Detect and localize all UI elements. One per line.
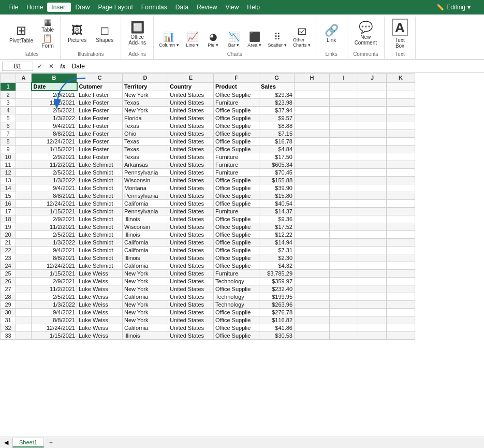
cell-b15[interactable]: 8/8/2021	[32, 192, 77, 200]
cell-g3[interactable]: $23.98	[259, 99, 295, 107]
row-header-6[interactable]: 6	[1, 122, 16, 130]
cell-i12[interactable]	[330, 169, 358, 177]
cell-g26[interactable]: $359.97	[259, 278, 295, 285]
menu-item-home[interactable]: Home	[22, 3, 47, 12]
cell-f1[interactable]: Product	[214, 82, 259, 91]
cell-j17[interactable]	[358, 208, 387, 215]
cell-g10[interactable]: $17.50	[259, 153, 295, 161]
cell-k28[interactable]	[387, 293, 415, 301]
cell-g24[interactable]: $4.32	[259, 262, 295, 270]
cell-f9[interactable]: Office Supplie	[214, 146, 259, 153]
cell-j27[interactable]	[358, 285, 387, 293]
cell-j5[interactable]	[358, 114, 387, 122]
cell-b32[interactable]: 12/24/2021	[32, 324, 77, 332]
cancel-icon[interactable]: ✕	[47, 63, 56, 70]
cell-i20[interactable]	[330, 231, 358, 239]
cell-h25[interactable]	[295, 270, 330, 278]
cell-i19[interactable]	[330, 223, 358, 231]
cell-c20[interactable]: Luke Schmidt	[77, 231, 123, 239]
cell-g30[interactable]: $276.78	[259, 309, 295, 316]
cell-g2[interactable]: $29.34	[259, 91, 295, 99]
cell-d15[interactable]: Pennsylvania	[123, 192, 168, 200]
cell-h1[interactable]	[295, 82, 330, 91]
row-header-24[interactable]: 24	[1, 262, 16, 270]
cell-f22[interactable]: Office Supplie	[214, 247, 259, 254]
cell-i4[interactable]	[330, 107, 358, 114]
cell-e29[interactable]: United States	[168, 301, 214, 309]
cell-b25[interactable]: 1/15/2021	[32, 270, 77, 278]
cell-g25[interactable]: $3,785.29	[259, 270, 295, 278]
cell-d27[interactable]: New York	[123, 285, 168, 293]
cell-g15[interactable]: $15.80	[259, 192, 295, 200]
cell-d1[interactable]: Territory	[123, 82, 168, 91]
sheet-nav-left[interactable]: ◀	[4, 439, 8, 446]
cell-c18[interactable]: Luke Schmidt	[77, 215, 123, 223]
cell-c33[interactable]: Luke Weiss	[77, 332, 123, 340]
cell-a30[interactable]	[16, 309, 32, 316]
cell-g32[interactable]: $41.86	[259, 324, 295, 332]
cell-j11[interactable]	[358, 161, 387, 169]
cell-h30[interactable]	[295, 309, 330, 316]
cell-j33[interactable]	[358, 332, 387, 340]
cell-d26[interactable]: New York	[123, 278, 168, 285]
cell-d14[interactable]: Montana	[123, 184, 168, 192]
cell-h12[interactable]	[295, 169, 330, 177]
cell-d3[interactable]: Texas	[123, 99, 168, 107]
row-header-25[interactable]: 25	[1, 270, 16, 278]
row-header-19[interactable]: 19	[1, 223, 16, 231]
cell-d13[interactable]: Wisconsin	[123, 177, 168, 184]
cell-h19[interactable]	[295, 223, 330, 231]
other-charts-button[interactable]: 🗠 OtherCharts ▾	[291, 25, 313, 49]
cell-f10[interactable]: Furniture	[214, 153, 259, 161]
cell-f4[interactable]: Office Supplie	[214, 107, 259, 114]
cell-b8[interactable]: 12/24/2021	[32, 138, 77, 146]
cell-f15[interactable]: Office Supplie	[214, 192, 259, 200]
cell-j29[interactable]	[358, 301, 387, 309]
cell-g14[interactable]: $39.90	[259, 184, 295, 192]
cell-i30[interactable]	[330, 309, 358, 316]
row-header-3[interactable]: 3	[1, 99, 16, 107]
cell-b23[interactable]: 8/8/2021	[32, 254, 77, 262]
cell-k15[interactable]	[387, 192, 415, 200]
cell-h10[interactable]	[295, 153, 330, 161]
cell-e13[interactable]: United States	[168, 177, 214, 184]
cell-f19[interactable]: Office Supplie	[214, 223, 259, 231]
cell-i28[interactable]	[330, 293, 358, 301]
cell-k10[interactable]	[387, 153, 415, 161]
row-header-22[interactable]: 22	[1, 247, 16, 254]
cell-e30[interactable]: United States	[168, 309, 214, 316]
cell-f12[interactable]: Furniture	[214, 169, 259, 177]
cell-j10[interactable]	[358, 153, 387, 161]
cell-e10[interactable]: United States	[168, 153, 214, 161]
cell-g7[interactable]: $7.15	[259, 130, 295, 138]
cell-e14[interactable]: United States	[168, 184, 214, 192]
cell-g4[interactable]: $37.94	[259, 107, 295, 114]
cell-f8[interactable]: Office Supplie	[214, 138, 259, 146]
cell-d22[interactable]: California	[123, 247, 168, 254]
cell-b11[interactable]: 11/2/2021	[32, 161, 77, 169]
cell-k13[interactable]	[387, 177, 415, 184]
cell-e18[interactable]: United States	[168, 215, 214, 223]
cell-h32[interactable]	[295, 324, 330, 332]
cell-i3[interactable]	[330, 99, 358, 107]
cell-d32[interactable]: California	[123, 324, 168, 332]
cell-j2[interactable]	[358, 91, 387, 99]
cell-e8[interactable]: United States	[168, 138, 214, 146]
row-header-17[interactable]: 17	[1, 208, 16, 215]
cell-d16[interactable]: California	[123, 200, 168, 208]
cell-i17[interactable]	[330, 208, 358, 215]
cell-h3[interactable]	[295, 99, 330, 107]
cell-f14[interactable]: Office Supplie	[214, 184, 259, 192]
cell-h28[interactable]	[295, 293, 330, 301]
cell-h4[interactable]	[295, 107, 330, 114]
cell-e17[interactable]: United States	[168, 208, 214, 215]
check-mark-icon[interactable]: ✓	[35, 63, 45, 70]
cell-b21[interactable]: 1/3/2022	[32, 239, 77, 247]
cell-a19[interactable]	[16, 223, 32, 231]
cell-i5[interactable]	[330, 114, 358, 122]
cell-j23[interactable]	[358, 254, 387, 262]
cell-f11[interactable]: Furniture	[214, 161, 259, 169]
cell-g19[interactable]: $17.52	[259, 223, 295, 231]
cell-g27[interactable]: $232.40	[259, 285, 295, 293]
cell-i27[interactable]	[330, 285, 358, 293]
